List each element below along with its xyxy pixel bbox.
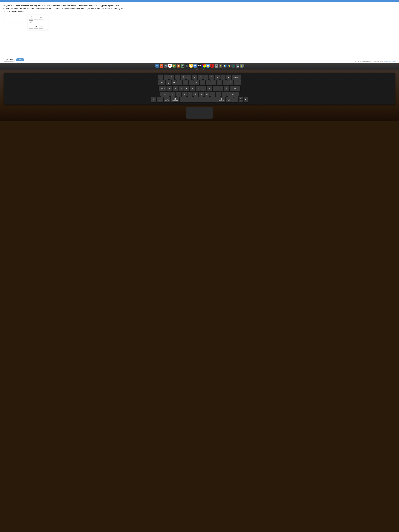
dock-icon-play[interactable]: ▶ (210, 64, 214, 68)
trackpad[interactable] (186, 107, 213, 119)
key-row-qwerty: tab Q W E R T Y U I O P { [ } ] | \ (6, 80, 393, 85)
dock-icon-img2[interactable]: 📷 (181, 64, 184, 68)
dock-icon-note[interactable]: 📝 (189, 64, 193, 68)
dock-icon-extra3[interactable]: 📊 (223, 64, 227, 68)
key-l[interactable]: L (213, 86, 218, 91)
key-command-left[interactable]: ⌘ command (171, 97, 179, 102)
key-q[interactable]: Q (166, 80, 171, 85)
key-0[interactable]: ) 0 (215, 75, 220, 80)
key-tab[interactable]: tab (158, 80, 165, 85)
key-shift-right[interactable]: shift (227, 92, 239, 97)
key-1[interactable]: ! 1 (164, 75, 169, 80)
dock-icon-files[interactable]: 📂 (172, 64, 176, 68)
key-fn[interactable]: fn (151, 97, 156, 102)
key-b[interactable]: B (193, 92, 198, 97)
dot-matrix-button[interactable]: □·□ (39, 16, 43, 20)
dock-icon-atv[interactable]: ▶tv (198, 64, 201, 68)
dock-icon-apps[interactable]: ⚙️ (164, 64, 168, 68)
key-space[interactable] (180, 97, 217, 102)
key-z[interactable]: Z (171, 92, 176, 97)
key-option-left[interactable]: ⌥ option (164, 97, 171, 102)
key-arrow-up[interactable]: ▲ (239, 97, 243, 100)
key-5[interactable]: % 5 (186, 75, 191, 80)
dock-icon-10[interactable]: 10 (168, 64, 172, 68)
matrix-button[interactable]: ⊞ (34, 16, 38, 20)
key-4[interactable]: $ 4 (181, 75, 186, 80)
key-bracket-close[interactable]: } ] (228, 80, 233, 85)
key-tilde[interactable]: ~ ` (158, 75, 163, 80)
key-s[interactable]: S (173, 86, 178, 91)
key-equals[interactable]: + = (226, 75, 231, 80)
key-6[interactable]: ^ 6 (192, 75, 197, 80)
key-n[interactable]: N (199, 92, 204, 97)
key-arrow-right[interactable]: ▶ (244, 97, 248, 102)
key-i[interactable]: I (206, 80, 211, 85)
key-return[interactable]: return (230, 86, 241, 91)
key-7[interactable]: & 7 (198, 75, 203, 80)
terms-link[interactable]: Terms of Use (384, 61, 391, 62)
dock-icon-mail[interactable]: ✉️ (193, 64, 197, 68)
key-command-right[interactable]: ⌘ command (217, 97, 225, 102)
key-option-right[interactable]: ⌥ option (226, 97, 233, 102)
key-backslash[interactable]: | \ (234, 80, 241, 85)
key-t[interactable]: T (189, 80, 194, 85)
key-d[interactable]: D (178, 86, 184, 91)
clear-button[interactable]: ✕ (29, 25, 33, 29)
key-f[interactable]: F (184, 86, 189, 91)
key-bracket-open[interactable]: { [ (223, 80, 228, 85)
dock-icon-extra5[interactable]: 📱 (231, 64, 235, 68)
key-control[interactable]: ⌃ ctrl (157, 97, 163, 102)
key-delete[interactable]: delete (232, 75, 241, 80)
help-button[interactable]: ? (39, 25, 43, 29)
key-a[interactable]: A (167, 86, 172, 91)
key-semicolon[interactable]: : ; (218, 86, 223, 91)
dock-icon-img1[interactable]: 🖼️ (177, 64, 180, 68)
dock-icon-finder[interactable]: 🔍 (155, 64, 159, 68)
dock-icon-extra6[interactable]: 💻 (236, 64, 239, 68)
dock-icon-safari[interactable]: 🧭 (206, 64, 210, 68)
key-g[interactable]: G (190, 86, 195, 91)
key-v[interactable]: V (188, 92, 192, 97)
dock-icon-photos[interactable]: 🌈 (202, 64, 206, 68)
key-slash[interactable]: ? / (222, 92, 227, 97)
explanation-button[interactable]: Explanation (3, 58, 15, 62)
key-arrow-left[interactable]: ◀ (233, 97, 238, 102)
key-capslock[interactable]: caps lock (158, 86, 166, 91)
dock-icon-extra1[interactable]: 🖥️ (215, 64, 218, 68)
privacy-link[interactable]: Privacy (393, 61, 396, 62)
key-j[interactable]: J (201, 86, 206, 91)
undo-button[interactable]: ↺ (34, 25, 38, 29)
dock-icon-extra7[interactable]: 🔋 (240, 64, 244, 68)
key-m[interactable]: M (204, 92, 209, 97)
key-quote[interactable]: " ' (224, 86, 229, 91)
key-w[interactable]: W (171, 80, 177, 85)
dock-icon-extra2[interactable]: ⚡ (219, 64, 222, 68)
key-e[interactable]: E (177, 80, 182, 85)
key-h[interactable]: H (196, 86, 201, 91)
fraction-button[interactable]: □ □ (29, 16, 33, 20)
key-shift-left[interactable]: shift (160, 92, 170, 97)
key-8[interactable]: * 8 (203, 75, 209, 80)
key-p[interactable]: P (217, 80, 222, 85)
dock-icon-launchpad[interactable]: 🚀 (160, 64, 163, 68)
answer-input[interactable] (3, 15, 26, 23)
key-y[interactable]: Y (194, 80, 199, 85)
key-row-modifiers: fn ⌃ ctrl ⌥ option ⌘ command ⌘ command (6, 97, 393, 102)
key-comma[interactable]: < , (210, 92, 215, 97)
key-c[interactable]: C (182, 92, 187, 97)
key-o[interactable]: O (211, 80, 216, 85)
key-k[interactable]: K (207, 86, 212, 91)
key-r[interactable]: R (183, 80, 188, 85)
key-9[interactable]: ( 9 (209, 75, 214, 80)
dock-icon-extra4[interactable]: 🎭 (227, 64, 231, 68)
dock-icon-music[interactable]: 🎵 (185, 64, 189, 68)
key-arrow-down[interactable]: ▼ (239, 100, 243, 102)
key-period[interactable]: > . (216, 92, 221, 97)
key-2[interactable]: @ 2 (169, 75, 174, 80)
key-3[interactable]: # 3 (175, 75, 180, 80)
key-minus[interactable]: — - (221, 75, 226, 80)
key-x[interactable]: X (176, 92, 181, 97)
superscript-button[interactable]: □□ (29, 20, 33, 24)
key-u[interactable]: U (200, 80, 205, 85)
check-button[interactable]: Check (16, 58, 24, 61)
